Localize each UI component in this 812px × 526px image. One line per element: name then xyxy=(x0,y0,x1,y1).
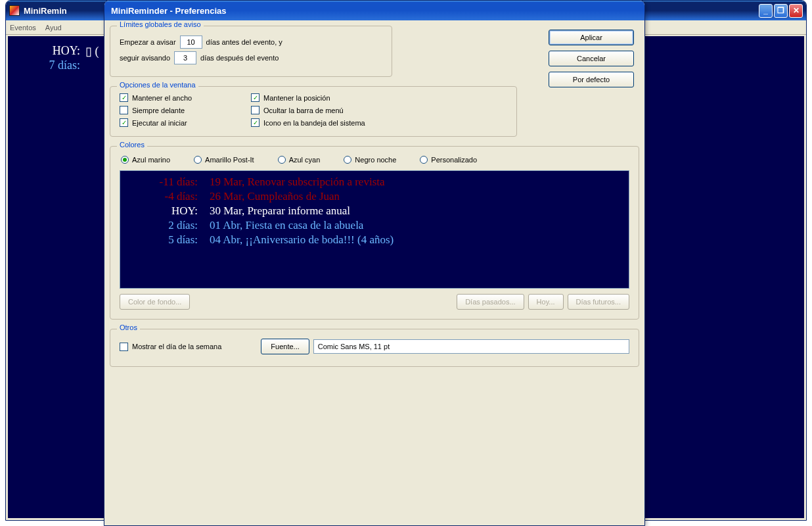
font-display: Comic Sans MS, 11 pt xyxy=(313,339,629,354)
preferences-dialog: MiniReminder - Preferencias Aplicar Canc… xyxy=(104,0,645,526)
check-run-start[interactable]: ✓Ejecutar al iniciar xyxy=(120,118,251,127)
today-color-button[interactable]: Hoy... xyxy=(528,294,564,310)
check-hide-menu[interactable]: Ocultar la barra de menú xyxy=(251,106,461,114)
future-color-button[interactable]: Días futuros... xyxy=(568,294,629,310)
preview-row: 2 días:01 Abr, Fiesta en casa de la abue… xyxy=(120,218,629,233)
limits-group: Límites globales de aviso Empezar a avis… xyxy=(110,26,392,77)
legend-other: Otros xyxy=(117,323,140,331)
before-days-input[interactable] xyxy=(180,36,202,49)
legend-winopts: Opciones de la ventana xyxy=(117,81,198,89)
check-tray-icon[interactable]: ✓Icono en la bandeja del sistema xyxy=(251,118,461,127)
app-icon xyxy=(9,5,20,16)
menu-events[interactable]: Eventos xyxy=(10,24,36,32)
window-options-group: Opciones de la ventana ✓Mantener el anch… xyxy=(110,86,517,137)
minimize-button[interactable]: _ xyxy=(759,4,773,18)
preview-row: 5 días:04 Abr, ¡¡Aniversario de boda!!! … xyxy=(120,233,629,247)
after-days-input[interactable] xyxy=(174,51,196,64)
color-radio-1[interactable]: Amarillo Post-It xyxy=(194,156,254,164)
color-radio-3[interactable]: Negro noche xyxy=(344,156,396,164)
maximize-button[interactable]: ❐ xyxy=(774,4,788,18)
show-weekday-check[interactable]: Mostrar el día de la semana xyxy=(120,343,221,351)
color-radio-2[interactable]: Azul cyan xyxy=(278,156,321,164)
apply-button[interactable]: Aplicar xyxy=(549,30,634,45)
legend-limits: Límites globales de aviso xyxy=(117,20,204,28)
colors-group: Colores Azul marinoAmarillo Post-ItAzul … xyxy=(110,146,639,320)
check-keep-pos[interactable]: ✓Mantener la posición xyxy=(251,93,461,102)
preview-row: -4 días:26 Mar, Cumpleaños de Juan xyxy=(120,189,629,204)
color-radio-4[interactable]: Personalizado xyxy=(420,156,477,164)
past-color-button[interactable]: Días pasados... xyxy=(457,294,524,310)
after-suffix: días después del evento xyxy=(200,54,279,62)
other-group: Otros Mostrar el día de la semana Fuente… xyxy=(110,329,639,367)
font-button[interactable]: Fuente... xyxy=(261,339,309,354)
bg-color-button[interactable]: Color de fondo... xyxy=(120,294,190,310)
preview-row: HOY:30 Mar, Preparar informe anual xyxy=(120,204,629,218)
preview-row: -11 días:19 Mar, Renovar subscripción a … xyxy=(120,175,629,189)
check-keep-width[interactable]: ✓Mantener el ancho xyxy=(120,93,251,102)
menu-help[interactable]: Ayud xyxy=(45,24,62,32)
before-label: Empezar a avisar xyxy=(120,38,176,46)
default-button[interactable]: Por defecto xyxy=(549,72,634,87)
dialog-title: MiniReminder - Preferencias xyxy=(111,6,227,16)
before-suffix: días antes del evento, y xyxy=(206,38,282,46)
color-radio-0[interactable]: Azul marino xyxy=(121,156,170,164)
cancel-button[interactable]: Cancelar xyxy=(549,51,634,66)
dialog-titlebar: MiniReminder - Preferencias xyxy=(104,1,644,20)
close-button[interactable]: ✕ xyxy=(789,4,803,18)
color-preview: -11 días:19 Mar, Renovar subscripción a … xyxy=(120,170,629,289)
legend-colors: Colores xyxy=(117,141,147,149)
after-label: seguir avisando xyxy=(120,54,170,62)
check-always-top[interactable]: Siempre delante xyxy=(120,106,251,114)
